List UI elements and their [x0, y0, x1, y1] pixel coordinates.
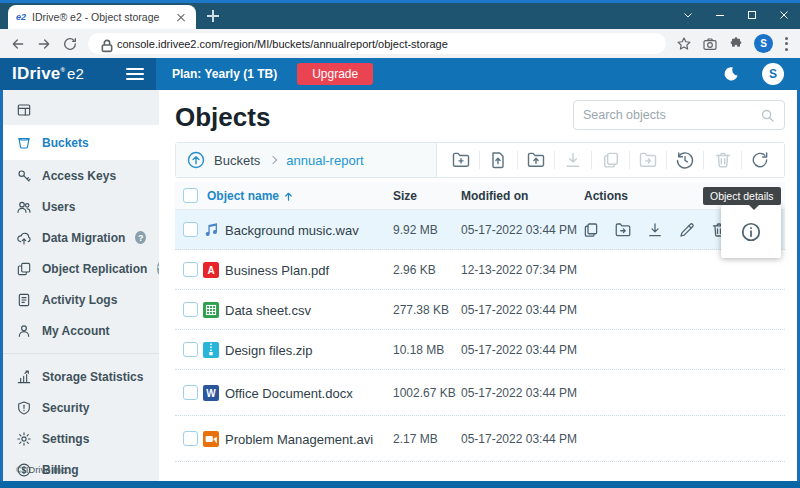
object-size: 10.18 MB [393, 343, 444, 357]
upload-file-icon[interactable] [488, 150, 508, 170]
table-row[interactable]: Design files.zip10.18 MB05-17-2022 03:44… [175, 330, 785, 370]
download-icon [563, 150, 583, 170]
up-level-icon[interactable] [186, 150, 206, 170]
column-size[interactable]: Size [393, 189, 417, 203]
object-list: Background music.wav9.92 MB05-17-2022 03… [175, 210, 785, 462]
row-checkbox[interactable] [183, 342, 198, 357]
minimize-icon[interactable] [714, 9, 726, 21]
download-object-icon[interactable] [646, 221, 664, 239]
tab-close-icon[interactable] [174, 10, 188, 24]
refresh-icon[interactable] [750, 150, 770, 170]
sidebar-item-buckets[interactable]: Buckets [3, 125, 159, 160]
column-modified-on[interactable]: Modified on [461, 189, 528, 203]
upload-folder-icon[interactable] [526, 150, 546, 170]
dark-mode-moon-icon[interactable] [722, 65, 740, 83]
copyright-text: © IDrive Inc. [16, 464, 68, 475]
dashboard-icon: Dashboard [16, 102, 32, 118]
sidebar-item-label: Security [42, 401, 89, 415]
select-all-checkbox[interactable] [183, 188, 198, 203]
sidebar-divider [3, 353, 159, 354]
object-name[interactable]: Background music.wav [225, 222, 359, 237]
browser-address-bar: console.idrivee2.com/region/MI/buckets/a… [0, 29, 800, 58]
row-checkbox[interactable] [183, 302, 198, 317]
browser-profile-avatar[interactable]: S [754, 34, 773, 53]
object-name[interactable]: Problem Management.avi [225, 431, 373, 446]
object-name[interactable]: Business Plan.pdf [225, 262, 329, 277]
bookmark-star-icon[interactable] [676, 36, 692, 52]
music-note-icon [202, 221, 220, 239]
column-object-name[interactable]: Object name [207, 189, 294, 203]
camera-icon[interactable] [702, 36, 718, 52]
create-folder-icon[interactable] [451, 150, 471, 170]
sidebar-item-label: Access Keys [42, 169, 116, 183]
logo-area: IDrive®e2 [0, 58, 156, 90]
help-icon[interactable]: ? [135, 231, 146, 244]
breadcrumb-toolbar-bar: Buckets annual-report [175, 142, 785, 178]
forward-icon[interactable] [36, 36, 52, 52]
zip-file-icon [202, 341, 220, 359]
sidebar-item-label: Buckets [42, 136, 89, 150]
object-modified-date: 12-13-2022 07:34 PM [461, 263, 577, 277]
table-row[interactable]: ABusiness Plan.pdf2.96 KB12-13-2022 07:3… [175, 250, 785, 290]
word-file-icon: W [202, 384, 220, 402]
table-header: Object name Size Modified on Actions [175, 182, 785, 210]
sidebar-item-data-migration[interactable]: Data Migration? [3, 222, 159, 253]
close-icon[interactable] [778, 9, 790, 21]
toolbar-divider [591, 151, 592, 169]
key-icon [16, 168, 32, 184]
copy-icon [601, 150, 621, 170]
breadcrumb-buckets-link[interactable]: Buckets [214, 153, 260, 168]
restore-icon[interactable] [675, 150, 695, 170]
table-row[interactable]: Background music.wav9.92 MB05-17-2022 03… [175, 210, 785, 250]
row-checkbox[interactable] [183, 222, 198, 237]
rename-object-icon[interactable] [678, 221, 696, 239]
url-bar[interactable]: console.idrivee2.com/region/MI/buckets/a… [88, 33, 666, 54]
sidebar-item-settings[interactable]: Settings [3, 423, 159, 454]
search-icon[interactable] [760, 108, 775, 123]
object-name[interactable]: Office Document.docx [225, 385, 353, 400]
upgrade-button[interactable]: Upgrade [297, 63, 373, 85]
breadcrumb-current-bucket[interactable]: annual-report [286, 153, 363, 168]
maximize-icon[interactable] [746, 9, 758, 21]
browser-menu-icon[interactable] [783, 37, 790, 51]
lock-icon [99, 38, 110, 49]
sidebar-item-label: My Account [42, 324, 110, 338]
sidebar-item-security[interactable]: Security [3, 392, 159, 423]
object-name[interactable]: Data sheet.csv [225, 302, 311, 317]
new-tab-button[interactable] [202, 5, 224, 27]
sidebar-item-activity-logs[interactable]: Activity Logs [3, 284, 159, 315]
copy-object-icon[interactable] [582, 221, 600, 239]
sidebar-item-storage-statistics[interactable]: Storage Statistics [3, 361, 159, 392]
move-object-icon[interactable] [614, 221, 632, 239]
search-box[interactable] [573, 100, 785, 130]
main-panel: Objects Buckets annual-report Object nam… [159, 90, 797, 481]
pdf-file-icon: A [202, 261, 220, 279]
search-input[interactable] [583, 108, 754, 122]
object-name[interactable]: Design files.zip [225, 342, 312, 357]
svg-text:W: W [206, 388, 216, 399]
hamburger-menu-icon[interactable] [126, 68, 144, 81]
sidebar-item-object-replication[interactable]: Object Replication? [3, 253, 159, 284]
table-row[interactable]: Data sheet.csv277.38 KB05-17-2022 03:44 … [175, 290, 785, 330]
row-checkbox[interactable] [183, 385, 198, 400]
table-row[interactable]: WOffice Document.docx1002.67 KB05-17-202… [175, 370, 785, 416]
sidebar-item-users[interactable]: Users [3, 191, 159, 222]
sidebar-item-access-keys[interactable]: Access Keys [3, 160, 159, 191]
row-checkbox[interactable] [183, 431, 198, 446]
row-checkbox[interactable] [183, 262, 198, 277]
tab-title: IDrive® e2 - Object storage [32, 11, 168, 23]
extensions-puzzle-icon[interactable] [728, 36, 744, 52]
object-details-info-icon[interactable] [740, 221, 762, 243]
reload-icon[interactable] [62, 36, 78, 52]
user-avatar[interactable]: S [762, 63, 784, 85]
toolbar-divider [629, 151, 630, 169]
app-body: DashboardBucketsAccess KeysUsersData Mig… [0, 90, 800, 481]
window-menu-chevron-icon[interactable] [682, 9, 694, 21]
toolbar-divider [517, 151, 518, 169]
sidebar-item-my-account[interactable]: My Account [3, 315, 159, 346]
browser-tab[interactable]: e2 IDrive® e2 - Object storage [8, 5, 196, 29]
back-icon[interactable] [10, 36, 26, 52]
object-size: 9.92 MB [393, 223, 438, 237]
table-row[interactable]: Problem Management.avi2.17 MB05-17-2022 … [175, 416, 785, 462]
sidebar-item-dashboard[interactable]: Dashboard [3, 94, 159, 125]
